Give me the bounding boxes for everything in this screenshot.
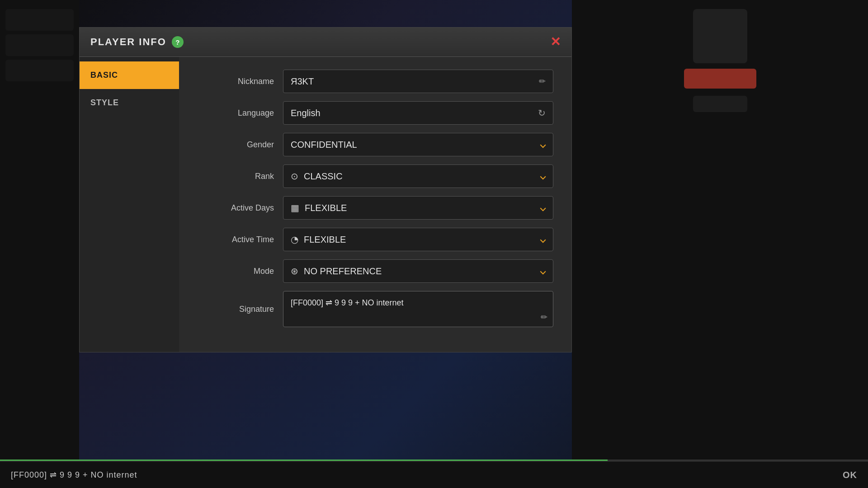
signature-textarea[interactable]: [FF0000] ⇌ 9 9 9 + NO internet ✏: [283, 291, 553, 327]
active-days-dropdown-left: ▦ FLEXIBLE: [291, 202, 347, 213]
active-time-value: FLEXIBLE: [304, 235, 346, 245]
signature-edit-icon[interactable]: ✏: [541, 312, 547, 322]
active-days-row: Active Days ▦ FLEXIBLE ⌵: [197, 196, 553, 220]
rank-label: Rank: [197, 172, 274, 181]
mode-dropdown[interactable]: ⊛ NO PREFERENCE ⌵: [283, 259, 553, 283]
right-action-button-1: [684, 69, 756, 89]
mode-chevron-icon: ⌵: [540, 265, 546, 277]
gender-dropdown[interactable]: CONFIDENTIAL ⌵: [283, 133, 553, 156]
active-days-chevron-icon: ⌵: [540, 202, 546, 214]
mode-dropdown-left: ⊛ NO PREFERENCE: [291, 266, 382, 277]
left-navigation: [0, 0, 79, 460]
nickname-input[interactable]: Я3KT ✏: [283, 70, 553, 93]
bottom-signature-text: [FF0000] ⇌ 9 9 9 + NO internet: [11, 470, 137, 480]
nickname-value: Я3KT: [291, 76, 314, 87]
rank-value: CLASSIC: [304, 171, 343, 182]
sidebar-item-basic[interactable]: BASIC: [80, 61, 179, 89]
active-time-dropdown-left: ◔ FLEXIBLE: [291, 234, 346, 245]
language-row: Language English ↻: [197, 101, 553, 125]
active-days-value: FLEXIBLE: [305, 203, 347, 213]
rank-dropdown[interactable]: ⊙ CLASSIC ⌵: [283, 164, 553, 188]
active-time-chevron-icon: ⌵: [540, 234, 546, 245]
gender-chevron-icon: ⌵: [540, 139, 546, 150]
modal-title: PLAYER INFO: [90, 36, 166, 48]
language-input[interactable]: English ↻: [283, 101, 553, 125]
left-nav-item-3: [5, 60, 74, 81]
help-icon[interactable]: ?: [172, 36, 184, 48]
player-avatar: [693, 9, 747, 63]
right-panel: [572, 0, 868, 460]
language-value: English: [291, 108, 321, 118]
active-time-row: Active Time ◔ FLEXIBLE ⌵: [197, 228, 553, 251]
mode-label: Mode: [197, 267, 274, 276]
active-time-label: Active Time: [197, 235, 274, 244]
active-time-dropdown[interactable]: ◔ FLEXIBLE ⌵: [283, 228, 553, 251]
mode-icon: ⊛: [291, 266, 298, 277]
signature-row: Signature [FF0000] ⇌ 9 9 9 + NO internet…: [197, 291, 553, 327]
gender-dropdown-left: CONFIDENTIAL: [291, 140, 357, 150]
active-days-dropdown[interactable]: ▦ FLEXIBLE ⌵: [283, 196, 553, 220]
gender-row: Gender CONFIDENTIAL ⌵: [197, 133, 553, 156]
active-days-label: Active Days: [197, 203, 274, 213]
player-info-modal: PLAYER INFO ? ✕ BASIC STYLE Nickname Я3K…: [79, 27, 572, 352]
modal-title-group: PLAYER INFO ?: [90, 36, 184, 48]
mode-row: Mode ⊛ NO PREFERENCE ⌵: [197, 259, 553, 283]
nickname-edit-icon[interactable]: ✏: [539, 76, 546, 86]
ok-button[interactable]: OK: [843, 470, 857, 480]
modal-body: BASIC STYLE Nickname Я3KT ✏ Language Eng…: [80, 57, 571, 352]
sidebar: BASIC STYLE: [80, 57, 179, 352]
active-time-icon: ◔: [291, 234, 298, 245]
modal-header: PLAYER INFO ? ✕: [80, 28, 571, 57]
signature-value: [FF0000] ⇌ 9 9 9 + NO internet: [291, 298, 404, 308]
nickname-label: Nickname: [197, 77, 274, 86]
rank-dropdown-left: ⊙ CLASSIC: [291, 171, 343, 182]
gender-value: CONFIDENTIAL: [291, 140, 357, 150]
left-nav-item-1: [5, 9, 74, 31]
form-content: Nickname Я3KT ✏ Language English ↻ Gende…: [179, 57, 571, 352]
mode-value: NO PREFERENCE: [304, 266, 382, 277]
right-action-button-2: [693, 96, 747, 112]
rank-chevron-icon: ⌵: [540, 170, 546, 182]
gender-label: Gender: [197, 140, 274, 150]
close-button[interactable]: ✕: [550, 36, 561, 48]
language-label: Language: [197, 108, 274, 118]
left-nav-item-2: [5, 34, 74, 56]
nickname-row: Nickname Я3KT ✏: [197, 70, 553, 93]
rank-icon: ⊙: [291, 171, 298, 182]
bottom-bar: [FF0000] ⇌ 9 9 9 + NO internet OK: [0, 461, 868, 488]
sidebar-item-style[interactable]: STYLE: [80, 89, 179, 117]
rank-row: Rank ⊙ CLASSIC ⌵: [197, 164, 553, 188]
active-days-icon: ▦: [291, 202, 299, 213]
signature-label: Signature: [197, 305, 274, 314]
language-refresh-icon[interactable]: ↻: [538, 108, 546, 118]
